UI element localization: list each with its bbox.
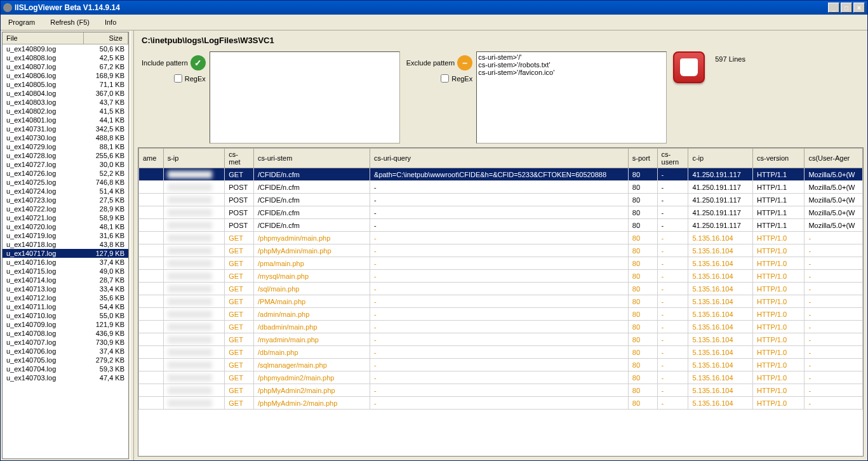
file-row[interactable]: u_ex140805.log71,1 KB — [3, 80, 128, 89]
file-row[interactable]: u_ex140803.log43,7 KB — [3, 98, 128, 107]
file-header-file[interactable]: File — [3, 32, 84, 44]
menu-refresh[interactable]: Refresh (F5) — [48, 17, 92, 27]
log-row[interactable]: xxxGET/phpMyAdmin-2/main.php-80-5.135.16… — [139, 397, 863, 410]
file-row[interactable]: u_ex140725.log746,8 KB — [3, 178, 128, 187]
file-row[interactable]: u_ex140723.log27,5 KB — [3, 196, 128, 204]
splitter[interactable] — [130, 30, 134, 460]
column-header[interactable]: cs-uri-stem — [254, 149, 370, 168]
right-panel: C:\inetpub\logs\LogFiles\W3SVC1 Include … — [135, 32, 866, 459]
file-size: 436,9 KB — [83, 329, 127, 338]
log-row[interactable]: xxxGET/phpmyadmin2/main.php-80-5.135.16.… — [139, 371, 863, 384]
exclude-pattern-input[interactable] — [476, 51, 667, 144]
file-row[interactable]: u_ex140712.log35,6 KB — [3, 293, 128, 302]
file-row[interactable]: u_ex140706.log37,4 KB — [3, 347, 128, 356]
log-row[interactable]: xxxGET/myadmin/main.php-80-5.135.16.104H… — [139, 333, 863, 346]
column-header[interactable]: s-port — [628, 149, 657, 168]
file-row[interactable]: u_ex140721.log58,9 KB — [3, 213, 128, 222]
include-regex-label: RegEx — [185, 75, 206, 83]
log-row[interactable]: xxxPOST/CFIDE/n.cfm-80-41.250.191.117HTT… — [139, 194, 863, 206]
file-row[interactable]: u_ex140716.log37,4 KB — [3, 258, 128, 267]
column-header[interactable]: s-ip — [163, 149, 225, 168]
file-row[interactable]: u_ex140714.log28,7 KB — [3, 276, 128, 284]
file-name: u_ex140725.log — [4, 178, 83, 187]
log-row[interactable]: xxxGET/PMA/main.php-80-5.135.16.104HTTP/… — [139, 295, 863, 308]
file-row[interactable]: u_ex140727.log30,0 KB — [3, 160, 128, 169]
log-row[interactable]: xxxPOST/CFIDE/n.cfm-80-41.250.191.117HTT… — [139, 181, 863, 194]
file-row[interactable]: u_ex140719.log31,6 KB — [3, 231, 128, 240]
log-row[interactable]: xxxGET/db/main.php-80-5.135.16.104HTTP/1… — [139, 346, 863, 359]
file-row[interactable]: u_ex140717.log127,9 KB — [3, 249, 128, 258]
exclude-regex-checkbox[interactable] — [441, 74, 449, 83]
file-name: u_ex140715.log — [4, 267, 83, 276]
file-row[interactable]: u_ex140711.log54,4 KB — [3, 302, 128, 311]
column-header[interactable]: c-ip — [688, 149, 753, 168]
file-size: 255,6 KB — [83, 151, 127, 160]
log-row[interactable]: xxxPOST/CFIDE/n.cfm-80-41.250.191.117HTT… — [139, 206, 863, 219]
log-row[interactable]: xxxGET/phpmyadmin/main.php-80-5.135.16.1… — [139, 232, 863, 244]
log-row[interactable]: xxxGET/phpMyAdmin/main.php-80-5.135.16.1… — [139, 244, 863, 257]
file-row[interactable]: u_ex140722.log28,9 KB — [3, 204, 128, 213]
file-row[interactable]: u_ex140731.log342,5 KB — [3, 124, 128, 133]
menu-program[interactable]: Program — [6, 17, 37, 27]
file-row[interactable]: u_ex140703.log47,4 KB — [3, 373, 128, 382]
file-row[interactable]: u_ex140713.log33,4 KB — [3, 284, 128, 293]
log-row[interactable]: xxxGET/sql/main.php-80-5.135.16.104HTTP/… — [139, 283, 863, 295]
file-row[interactable]: u_ex140718.log43,8 KB — [3, 240, 128, 249]
file-header-size[interactable]: Size — [84, 32, 128, 44]
menu-info[interactable]: Info — [102, 17, 119, 27]
file-row[interactable]: u_ex140728.log255,6 KB — [3, 151, 128, 160]
close-button[interactable]: × — [853, 3, 865, 13]
log-row[interactable]: xxxGET/admin/main.php-80-5.135.16.104HTT… — [139, 308, 863, 321]
column-header[interactable]: cs-usern — [657, 149, 688, 168]
minimize-button[interactable]: _ — [828, 3, 839, 13]
column-header[interactable]: cs-met — [225, 149, 254, 168]
include-regex-checkbox[interactable] — [174, 74, 182, 83]
file-name: u_ex140804.log — [4, 89, 83, 98]
file-list[interactable]: u_ex140809.log50,6 KBu_ex140808.log42,5 … — [3, 44, 128, 458]
file-row[interactable]: u_ex140802.log41,5 KB — [3, 107, 128, 116]
log-row[interactable]: xxxGET/pma/main.php-80-5.135.16.104HTTP/… — [139, 257, 863, 270]
file-size: 88,1 KB — [83, 142, 127, 151]
file-row[interactable]: u_ex140705.log279,2 KB — [3, 356, 128, 364]
file-size: 42,5 KB — [83, 53, 127, 62]
file-size: 71,1 KB — [83, 80, 127, 89]
file-row[interactable]: u_ex140708.log436,9 KB — [3, 329, 128, 338]
file-name: u_ex140730.log — [4, 133, 83, 142]
file-row[interactable]: u_ex140710.log55,0 KB — [3, 311, 128, 320]
include-pattern-input[interactable] — [210, 51, 400, 144]
file-row[interactable]: u_ex140720.log48,1 KB — [3, 222, 128, 231]
file-row[interactable]: u_ex140807.log67,2 KB — [3, 62, 128, 71]
log-row[interactable]: xxxGET/phpMyAdmin2/main.php-80-5.135.16.… — [139, 384, 863, 397]
file-name: u_ex140807.log — [4, 62, 83, 71]
file-row[interactable]: u_ex140709.log121,9 KB — [3, 320, 128, 329]
column-header[interactable]: ame — [139, 149, 164, 168]
log-row[interactable]: xxxGET/dbadmin/main.php-80-5.135.16.104H… — [139, 321, 863, 333]
file-row[interactable]: u_ex140809.log50,6 KB — [3, 44, 128, 53]
file-row[interactable]: u_ex140808.log42,5 KB — [3, 53, 128, 62]
file-size: 37,4 KB — [83, 258, 127, 267]
stop-button[interactable] — [673, 51, 705, 83]
window-title: IISLogViewer Beta V1.14.9.14 — [15, 3, 828, 12]
maximize-button[interactable]: □ — [841, 3, 852, 13]
column-header[interactable]: cs-uri-query — [370, 149, 629, 168]
file-row[interactable]: u_ex140729.log88,1 KB — [3, 142, 128, 151]
file-row[interactable]: u_ex140806.log168,9 KB — [3, 71, 128, 80]
file-row[interactable]: u_ex140801.log44,1 KB — [3, 116, 128, 124]
file-row[interactable]: u_ex140804.log367,0 KB — [3, 89, 128, 98]
file-row[interactable]: u_ex140704.log59,3 KB — [3, 364, 128, 373]
file-row[interactable]: u_ex140724.log51,4 KB — [3, 187, 128, 196]
log-row[interactable]: xxxGET/sqlmanager/main.php-80-5.135.16.1… — [139, 359, 863, 371]
log-grid[interactable]: ames-ipcs-metcs-uri-stemcs-uri-querys-po… — [138, 147, 864, 457]
file-row[interactable]: u_ex140730.log488,8 KB — [3, 133, 128, 142]
column-header[interactable]: cs-version — [753, 149, 805, 168]
file-size: 47,4 KB — [83, 373, 127, 382]
log-row[interactable]: xxxGET/CFIDE/n.cfm&path=C:\inetpub\wwwro… — [139, 168, 863, 181]
log-row[interactable]: xxxPOST/CFIDE/n.cfm-80-41.250.191.117HTT… — [139, 219, 863, 232]
file-row[interactable]: u_ex140707.log730,9 KB — [3, 338, 128, 347]
file-size: 49,0 KB — [83, 267, 127, 276]
file-size: 28,7 KB — [83, 276, 127, 284]
column-header[interactable]: cs(User-Ager — [805, 149, 863, 168]
log-row[interactable]: xxxGET/mysql/main.php-80-5.135.16.104HTT… — [139, 270, 863, 283]
file-row[interactable]: u_ex140715.log49,0 KB — [3, 267, 128, 276]
file-row[interactable]: u_ex140726.log52,2 KB — [3, 169, 128, 178]
